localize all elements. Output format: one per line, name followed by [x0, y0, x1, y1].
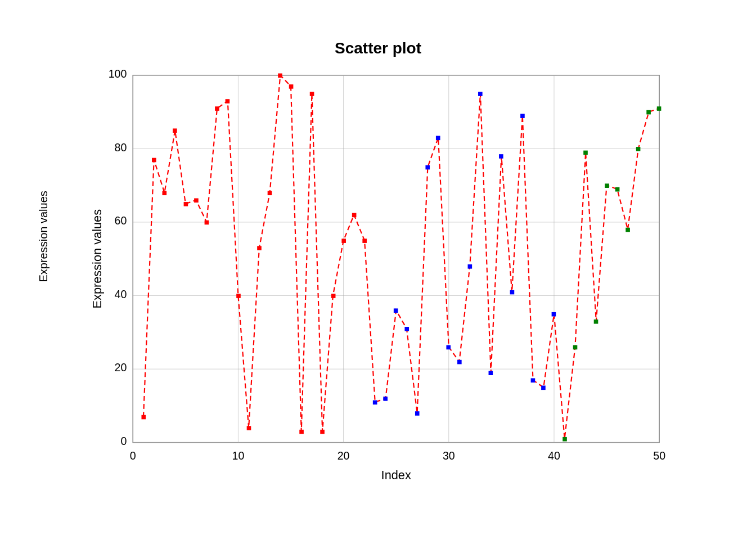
point-green	[594, 320, 598, 324]
point-blue	[404, 327, 409, 331]
point-green	[605, 183, 609, 188]
point-red	[173, 128, 177, 133]
point-green	[646, 110, 651, 115]
point-blue	[415, 411, 420, 416]
point-green	[583, 151, 588, 155]
y-axis-label: Expression values	[37, 271, 50, 282]
point-blue	[541, 386, 546, 390]
point-red	[215, 106, 219, 111]
svg-text:10: 10	[232, 449, 245, 462]
point-red	[268, 191, 272, 195]
point-green	[657, 106, 662, 111]
svg-text:100: 100	[109, 68, 127, 80]
point-blue	[383, 397, 388, 401]
point-red	[205, 220, 209, 225]
point-blue	[552, 312, 556, 317]
point-red	[289, 84, 294, 89]
point-red	[341, 238, 346, 243]
point-red	[310, 92, 314, 96]
svg-text:0: 0	[120, 435, 127, 447]
point-blue	[446, 345, 451, 350]
chart-container: Scatter plot Expression values	[69, 39, 687, 501]
point-red	[352, 213, 357, 218]
point-green	[573, 345, 578, 350]
point-blue	[531, 378, 536, 382]
point-red	[236, 294, 241, 298]
point-blue	[425, 165, 430, 170]
point-blue	[489, 371, 493, 375]
svg-text:80: 80	[115, 141, 127, 154]
point-red	[278, 74, 282, 78]
svg-text:30: 30	[443, 449, 455, 462]
point-red	[142, 415, 146, 420]
svg-text:0: 0	[130, 449, 136, 462]
point-red	[194, 199, 199, 203]
point-red	[320, 430, 325, 434]
y-axis-label-svg: Expression values	[90, 209, 104, 309]
point-blue	[478, 92, 483, 96]
svg-text:40: 40	[548, 449, 560, 462]
scatter-plot-svg: 0 20 40 60 80 100 0 10 20 30 40 50	[74, 63, 687, 479]
point-red	[152, 158, 156, 163]
svg-text:20: 20	[115, 361, 127, 374]
point-green	[615, 187, 620, 192]
point-green	[636, 147, 641, 151]
point-red	[362, 238, 367, 243]
point-red	[184, 202, 188, 206]
point-blue	[373, 400, 377, 405]
point-blue	[520, 114, 525, 118]
point-blue	[394, 308, 398, 313]
point-blue	[457, 360, 462, 364]
point-blue	[499, 154, 503, 159]
svg-text:50: 50	[653, 449, 665, 462]
svg-text:20: 20	[338, 449, 350, 462]
point-blue	[436, 136, 440, 141]
x-axis-label-svg: Index	[381, 468, 411, 479]
point-green	[626, 228, 630, 232]
point-green	[562, 437, 567, 442]
point-red	[299, 430, 304, 434]
point-red	[257, 246, 262, 250]
point-red	[247, 426, 251, 430]
point-red	[331, 294, 336, 298]
svg-text:60: 60	[115, 214, 127, 227]
svg-text:40: 40	[115, 288, 127, 300]
point-blue	[468, 264, 472, 269]
point-red	[226, 99, 230, 104]
point-red	[163, 191, 167, 195]
chart-title: Scatter plot	[69, 39, 687, 57]
point-blue	[510, 290, 515, 295]
